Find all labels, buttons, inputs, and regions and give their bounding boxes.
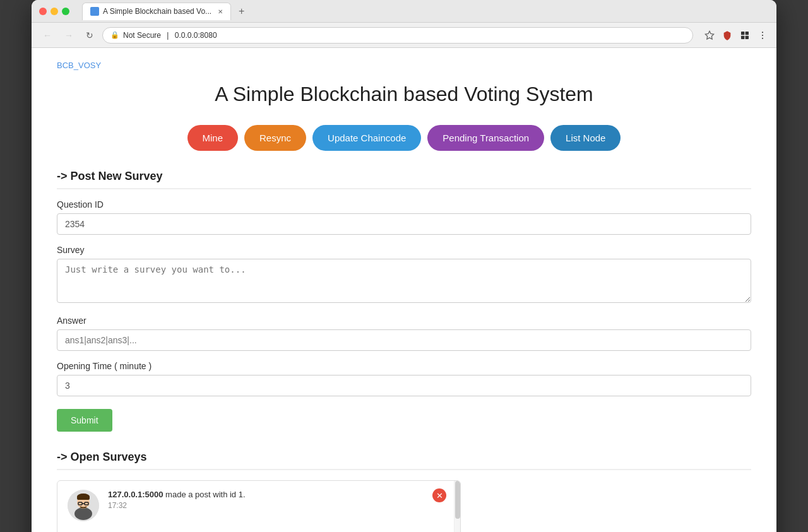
survey-action: made a post with id 1. [165, 490, 245, 499]
survey-card: 127.0.0.1:5000 made a post with id 1. 17… [57, 480, 461, 532]
back-button[interactable]: ← [39, 28, 56, 43]
submit-button[interactable]: Submit [57, 409, 112, 432]
question-id-group: Question ID [57, 199, 751, 235]
forward-button[interactable]: → [61, 28, 77, 43]
svg-point-5 [762, 32, 763, 33]
scrollbar[interactable] [454, 481, 460, 532]
browser-window: A Simple Blockchain based Vo... ✕ + ← → … [32, 0, 776, 532]
new-tab-button[interactable]: + [235, 4, 248, 18]
brand-link[interactable]: BCB_VOSY [57, 61, 751, 70]
opening-time-label: Opening Time ( minute ) [57, 361, 751, 371]
mine-button[interactable]: Mine [187, 125, 239, 151]
extension-icon[interactable] [739, 29, 751, 42]
close-card-button[interactable]: ✕ [432, 488, 446, 502]
answer-group: Answer [57, 316, 751, 351]
refresh-button[interactable]: ↻ [82, 28, 97, 43]
survey-card-header: 127.0.0.1:5000 made a post with id 1. 17… [57, 481, 454, 530]
survey-group: Survey [57, 245, 751, 305]
survey-info-text: 127.0.0.1:5000 made a post with id 1. [108, 490, 444, 499]
svg-rect-3 [741, 35, 744, 38]
opening-time-group: Opening Time ( minute ) [57, 361, 751, 396]
protocol-label: Not Secure [123, 31, 161, 40]
resync-button[interactable]: Resync [244, 125, 306, 151]
svg-point-7 [762, 37, 763, 38]
survey-textarea[interactable] [57, 259, 751, 303]
answer-label: Answer [57, 316, 751, 326]
address-bar: ← → ↻ 🔒 Not Secure | 0.0.0.0:8080 [32, 23, 776, 48]
page-title: A Simple Blockchain based Voting System [57, 83, 751, 106]
traffic-lights [39, 8, 69, 15]
survey-time: 17:32 [108, 501, 444, 510]
tab-bar: A Simple Blockchain based Vo... ✕ + [82, 3, 769, 20]
survey-info: 127.0.0.1:5000 made a post with id 1. 17… [108, 490, 444, 510]
opening-time-input[interactable] [57, 375, 751, 396]
browser-tab[interactable]: A Simple Blockchain based Vo... ✕ [82, 3, 231, 20]
title-bar: A Simple Blockchain based Vo... ✕ + [32, 0, 776, 23]
update-chaincode-button[interactable]: Update Chaincode [312, 125, 421, 151]
lock-icon: 🔒 [110, 31, 119, 39]
svg-rect-4 [746, 35, 749, 38]
minimize-window-button[interactable] [50, 8, 58, 15]
address-input[interactable]: 🔒 Not Secure | 0.0.0.0:8080 [102, 27, 693, 44]
survey-label: Survey [57, 245, 751, 255]
star-icon[interactable] [703, 29, 716, 42]
avatar [68, 490, 99, 521]
list-node-button[interactable]: List Node [550, 125, 621, 151]
open-surveys-heading: -> Open Surveys [57, 451, 751, 470]
question-id-label: Question ID [57, 199, 751, 210]
shield-icon [721, 29, 734, 42]
page-content: BCB_VOSY A Simple Blockchain based Votin… [32, 48, 776, 532]
svg-point-6 [762, 35, 763, 36]
maximize-window-button[interactable] [62, 8, 69, 15]
close-window-button[interactable] [39, 8, 47, 15]
pending-transaction-button[interactable]: Pending Transaction [427, 125, 544, 151]
toolbar-icons [703, 29, 769, 42]
tab-title: A Simple Blockchain based Vo... [103, 7, 211, 16]
tab-favicon-icon [90, 7, 99, 16]
nav-buttons: Mine Resync Update Chaincode Pending Tra… [57, 125, 751, 151]
scrollbar-thumb[interactable] [455, 481, 460, 519]
tab-close-icon[interactable]: ✕ [218, 8, 223, 15]
url-display: 0.0.0.0:8080 [175, 31, 217, 40]
svg-point-9 [74, 507, 92, 520]
svg-rect-2 [746, 32, 749, 35]
svg-marker-0 [705, 31, 713, 39]
question-id-input[interactable] [57, 213, 751, 235]
more-icon[interactable] [756, 29, 769, 42]
svg-rect-12 [77, 496, 90, 500]
answer-input[interactable] [57, 329, 751, 351]
post-survey-heading: -> Post New Survey [57, 170, 751, 189]
svg-rect-1 [741, 32, 744, 35]
survey-node: 127.0.0.1:5000 [108, 490, 163, 499]
